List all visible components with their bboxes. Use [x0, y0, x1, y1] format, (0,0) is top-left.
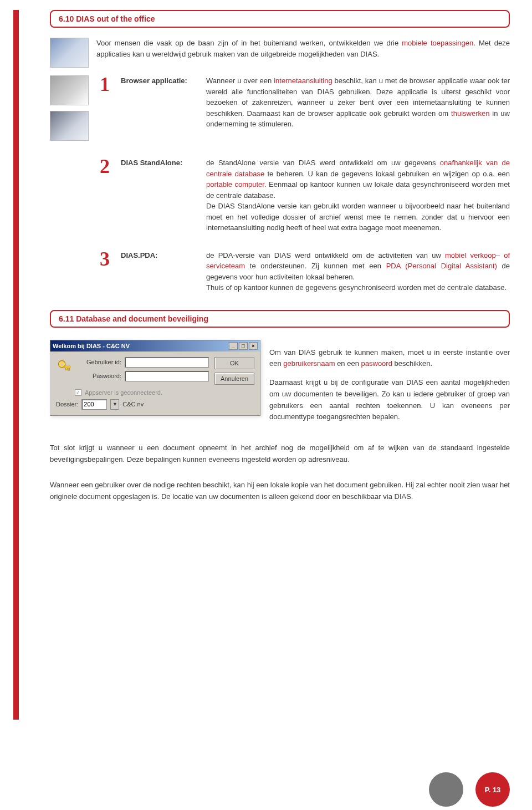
item-description: Wanneer u over een internetaansluiting b… [206, 75, 510, 141]
item-description: de PDA-versie van DIAS werd ontwikkeld o… [206, 250, 510, 293]
status-checkbox[interactable]: ✓ [75, 389, 81, 396]
footer-paragraph-2: Wanneer een gebruiker over de nodige rec… [50, 480, 510, 503]
dossier-input[interactable]: 200 [81, 399, 107, 410]
dossier-dropdown[interactable]: ▼ [110, 399, 119, 410]
cancel-button[interactable]: Annuleren [214, 373, 254, 385]
left-accent-bar [13, 10, 19, 720]
key-icon [56, 357, 73, 376]
item-description: de StandAlone versie van DIAS werd ontwi… [206, 157, 510, 233]
user-input[interactable] [125, 357, 209, 368]
dossier-label: Dossier: [56, 401, 78, 407]
maximize-button[interactable]: □ [239, 342, 248, 350]
password-input[interactable] [125, 371, 209, 381]
login-dialog: Welkom bij DIAS - C&C NV _ □ × Gebruiker… [50, 340, 260, 416]
section-611-header: 6.11 Database and document beveiliging [50, 310, 510, 328]
footer-dot-decoration [429, 772, 463, 807]
item-label: Browser applicatie: [121, 75, 198, 141]
thumbnail-image [50, 38, 89, 68]
page-number-badge: P. 13 [475, 772, 510, 807]
password-label: Paswoord: [78, 373, 125, 379]
ok-button[interactable]: OK [214, 357, 254, 369]
close-button[interactable]: × [249, 342, 258, 350]
dossier-name: C&C nv [122, 401, 144, 407]
svg-rect-4 [66, 368, 68, 370]
item-number: 2 [96, 156, 113, 233]
thumbnail-image [50, 75, 89, 105]
svg-rect-3 [68, 368, 70, 370]
minimize-button[interactable]: _ [229, 342, 238, 350]
svg-rect-2 [64, 366, 70, 368]
svg-point-1 [60, 363, 63, 365]
login-status: ✓ Appserver is geconnecteerd. [50, 389, 260, 396]
text-emphasis: mobiele toepassingen [402, 39, 473, 47]
item-number: 3 [96, 249, 113, 293]
thumbnail-image [50, 111, 89, 141]
item-label: DIAS StandAlone: [121, 157, 198, 233]
footer-paragraph-1: Tot slot krijgt u wanneer u een document… [50, 442, 510, 466]
user-label: Gebruiker id: [78, 359, 125, 365]
item-label: DIAS.PDA: [121, 250, 198, 293]
section-610-header: 6.10 DIAS out of the office [50, 10, 510, 28]
login-titlebar: Welkom bij DIAS - C&C NV _ □ × [50, 340, 260, 351]
intro-paragraph: Voor mensen die vaak op de baan zijn of … [96, 38, 510, 68]
login-window-title: Welkom bij DIAS - C&C NV [53, 343, 130, 349]
text: Voor mensen die vaak op de baan zijn of … [96, 39, 402, 47]
item-number: 1 [96, 74, 113, 141]
login-side-text: Om van DIAS gebruik te kunnen maken, moe… [269, 340, 510, 431]
